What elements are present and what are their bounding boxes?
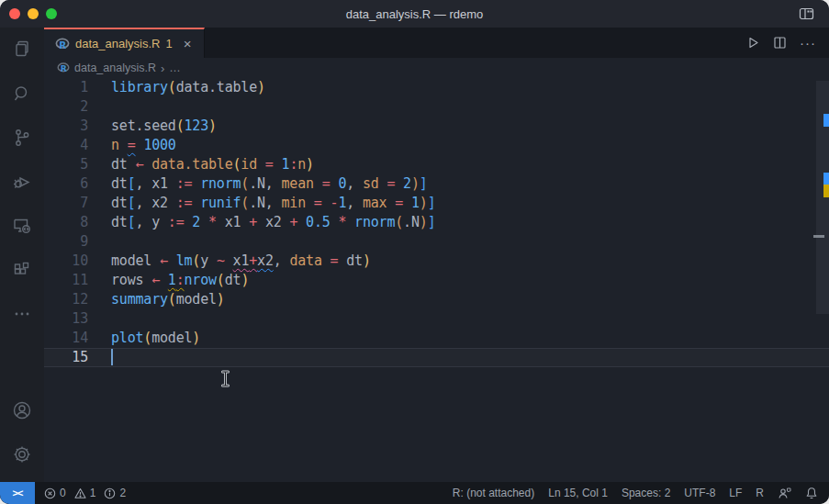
code-token: ): [217, 291, 225, 308]
overview-ruler-mark-info: [823, 173, 829, 185]
minimize-window-button[interactable]: [28, 8, 39, 19]
code-token: ,: [274, 252, 290, 269]
code-line-text[interactable]: [89, 348, 113, 367]
remote-indicator[interactable]: ><: [0, 482, 35, 504]
code-token: 1: [338, 195, 346, 211]
breadcrumb-file[interactable]: data_analysis.R: [74, 62, 156, 74]
svg-text:R: R: [61, 63, 67, 73]
code-line-text[interactable]: [89, 309, 111, 329]
problems-status[interactable]: 0 1 2: [44, 487, 130, 499]
close-window-button[interactable]: [9, 8, 20, 19]
overview-ruler-mark-warning: [823, 185, 829, 197]
code-line: 14plot(model): [44, 329, 829, 348]
code-token: [192, 175, 200, 192]
code-line-text[interactable]: dt[, y := 2 * x1 + x2 + 0.5 * rnorm(.N)]: [89, 213, 435, 232]
tab-data-analysis[interactable]: R data_analysis.R 1 ×: [44, 28, 205, 58]
code-line-text[interactable]: dt[, x2 := runif(.N, min = -1, max = 1)]: [89, 194, 435, 213]
extensions-icon[interactable]: [0, 248, 44, 292]
cursor-position-status[interactable]: Ln 15, Col 1: [548, 487, 608, 499]
code-line-text[interactable]: set.seed(123): [89, 117, 217, 136]
code-token: lm: [176, 252, 193, 269]
code-token: ): [411, 175, 420, 192]
tab-close-icon[interactable]: ×: [184, 36, 192, 51]
indentation-status[interactable]: Spaces: 2: [622, 487, 670, 499]
split-editor-icon[interactable]: [773, 36, 787, 50]
customize-layout-icon[interactable]: [799, 6, 814, 21]
more-actions-icon[interactable]: ···: [800, 39, 816, 48]
code-token: =: [128, 137, 136, 153]
code-token: rnorm: [354, 214, 395, 230]
code-line: 13: [44, 309, 829, 329]
code-token: [346, 214, 354, 230]
code-line-text[interactable]: plot(model): [89, 329, 200, 348]
code-line-text[interactable]: [89, 97, 111, 117]
code-line-text[interactable]: dt ← data.table(id = 1:n): [89, 155, 314, 174]
accounts-icon[interactable]: [0, 388, 44, 432]
explorer-icon[interactable]: [0, 28, 44, 72]
code-token: .N,: [249, 175, 281, 192]
code-token: ←: [151, 272, 160, 288]
run-file-icon[interactable]: [746, 36, 760, 50]
code-token: [403, 195, 411, 211]
code-token: :: [176, 272, 185, 288]
run-debug-icon[interactable]: [0, 160, 44, 204]
code-token: (: [395, 214, 403, 230]
more-views-icon[interactable]: [0, 292, 44, 336]
code-line-text[interactable]: summary(model): [89, 290, 225, 309]
code-token: *: [208, 214, 217, 230]
code-line: 2: [44, 97, 829, 117]
code-token: ]: [428, 195, 436, 211]
code-line-text[interactable]: library(data.table): [89, 78, 265, 97]
code-token: sd: [363, 175, 379, 192]
vscode-window: data_analysis.R — rdemo: [0, 0, 829, 504]
code-line-text[interactable]: n = 1000: [89, 136, 176, 155]
code-token: [: [128, 214, 136, 230]
code-token: (: [192, 252, 200, 269]
r-session-status[interactable]: R: (not attached): [453, 487, 534, 499]
code-token: ): [241, 272, 249, 288]
language-mode-status[interactable]: R: [756, 487, 764, 499]
code-line: 15: [44, 348, 829, 367]
line-number: 9: [44, 232, 89, 252]
code-token: +: [289, 214, 297, 230]
code-token: [160, 272, 168, 288]
code-token: 0: [338, 175, 346, 192]
settings-gear-icon[interactable]: [0, 432, 44, 476]
code-token: 0.5: [306, 214, 330, 230]
tab-problem-badge: 1: [166, 37, 173, 50]
code-token: model: [176, 291, 217, 308]
notifications-bell-icon[interactable]: [805, 487, 818, 499]
code-token: , x2: [136, 195, 176, 211]
line-number: 8: [44, 213, 89, 232]
line-number: 2: [44, 97, 89, 117]
zoom-window-button[interactable]: [46, 8, 57, 19]
code-line-text[interactable]: [89, 232, 111, 252]
line-number: 15: [44, 348, 89, 367]
code-token: ]: [420, 175, 428, 192]
feedback-icon[interactable]: [778, 487, 791, 499]
code-line-text[interactable]: dt[, x1 := rnorm(.N, mean = 0, sd = 2)]: [89, 174, 428, 194]
eol-status[interactable]: LF: [729, 487, 742, 499]
code-token: 1: [168, 272, 176, 288]
code-token: nrow: [185, 272, 217, 288]
source-control-icon[interactable]: [0, 116, 44, 160]
remote-explorer-icon[interactable]: [0, 204, 44, 248]
code-token: y: [200, 252, 217, 269]
code-token: (: [143, 330, 151, 346]
tab-bar: R data_analysis.R 1 × ···: [44, 28, 829, 58]
code-token: :=: [168, 214, 185, 230]
code-token: [322, 195, 330, 211]
line-number: 4: [44, 136, 89, 155]
code-editor[interactable]: 1library(data.table)23set.seed(123)4n = …: [44, 78, 829, 482]
encoding-status[interactable]: UTF-8: [684, 487, 715, 499]
code-token: n: [297, 156, 306, 173]
code-token: ~: [217, 252, 225, 269]
code-token: ,: [346, 195, 363, 211]
code-line-text[interactable]: rows ← 1:nrow(dt): [89, 271, 249, 290]
code-line-text[interactable]: model ← lm(y ~ x1+x2, data = dt): [89, 252, 371, 271]
code-token: ): [420, 214, 428, 230]
code-line: 10model ← lm(y ~ x1+x2, data = dt): [44, 252, 829, 271]
code-line: 5dt ← data.table(id = 1:n): [44, 155, 829, 174]
search-icon[interactable]: [0, 72, 44, 116]
breadcrumb-symbol[interactable]: …: [169, 62, 181, 74]
